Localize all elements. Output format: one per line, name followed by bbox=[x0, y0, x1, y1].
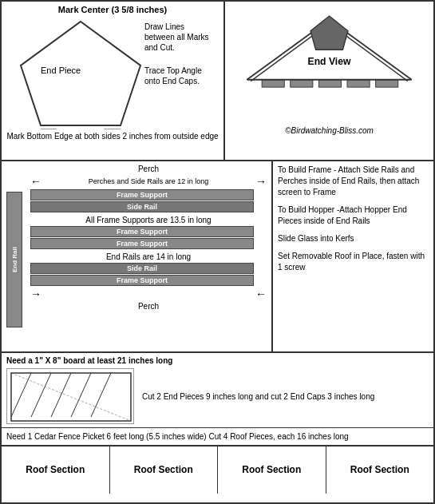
top-section: Mark Center (3 5/8 inches) End Piece Dra… bbox=[2, 2, 433, 161]
roof-section-1: Roof Section bbox=[2, 446, 110, 494]
instr-text-4: Set Removable Roof in Place, fasten with… bbox=[278, 251, 429, 273]
frame-support-bar-1: Frame Support bbox=[30, 189, 254, 200]
perches-side-rails-label: Perches and Side Rails are 12 in long bbox=[42, 177, 255, 185]
middle-section: Perch ← Perches and Side Rails are 12 in… bbox=[2, 161, 433, 353]
arrows-row-bottom: → ← bbox=[30, 288, 267, 300]
copyright-label: ©Birdwatching-Bliss.com bbox=[228, 126, 430, 135]
instr-text-3: Slide Glass into Kerfs bbox=[278, 233, 429, 244]
roof-section-2: Roof Section bbox=[110, 446, 219, 494]
roof-section-4: Roof Section bbox=[326, 446, 434, 494]
end-view-svg: End View bbox=[228, 5, 430, 125]
instr-block-3: Slide Glass into Kerfs bbox=[278, 233, 429, 244]
end-rails-label: End Rails are 14 in long bbox=[30, 252, 267, 261]
instr-text-1: To Build Frame - Attach Side Rails and P… bbox=[278, 165, 429, 198]
svg-line-19 bbox=[31, 373, 51, 417]
instr-block-1: To Build Frame - Attach Side Rails and P… bbox=[278, 165, 429, 198]
picket-info: Need 1 Cedar Fence Picket 6 feet long (5… bbox=[2, 428, 433, 446]
bottom-section: Need a 1" X 8" board at least 21 inches … bbox=[2, 353, 433, 502]
roof-section-3: Roof Section bbox=[218, 446, 326, 494]
perch-bottom-label: Perch bbox=[30, 302, 267, 311]
svg-rect-12 bbox=[318, 80, 341, 87]
board-info-row: Need a 1" X 8" board at least 21 inches … bbox=[2, 353, 433, 428]
svg-line-20 bbox=[51, 373, 71, 417]
svg-text:End View: End View bbox=[308, 56, 351, 67]
frame-diagram-inner: Perch ← Perches and Side Rails are 12 in… bbox=[6, 165, 267, 311]
instr-block-2: To Build Hopper -Attach Hopper End Piece… bbox=[278, 204, 429, 227]
all-frame-supports-label: All Frame Supports are 13.5 in long bbox=[30, 216, 267, 224]
svg-line-22 bbox=[91, 373, 111, 417]
svg-line-23 bbox=[11, 373, 131, 421]
side-rail-bar-2: Side Rail bbox=[30, 263, 254, 274]
perch-top-label: Perch bbox=[30, 165, 267, 173]
end-rail-bar: End Rail bbox=[6, 192, 22, 327]
cut-info-text: Cut 2 End Pieces 9 inches long and cut 2… bbox=[142, 391, 374, 403]
cut-diagram-svg bbox=[6, 368, 134, 424]
instr-block-4: Set Removable Roof in Place, fasten with… bbox=[278, 251, 429, 273]
main-container: Mark Center (3 5/8 inches) End Piece Dra… bbox=[2, 2, 433, 502]
trace-text: Trace Top Angle onto End Caps. bbox=[144, 65, 216, 86]
frame-support-bar-4: Frame Support bbox=[30, 275, 254, 286]
top-right-panel: End View ©Birdwatching-Bliss.com bbox=[225, 2, 433, 160]
svg-line-21 bbox=[71, 373, 91, 417]
frame-support-bar-2: Frame Support bbox=[30, 226, 254, 237]
frame-support-bar-3: Frame Support bbox=[30, 238, 254, 249]
bottom-mark-text: Mark Bottom Edge at both sides 2 inches … bbox=[5, 131, 220, 142]
top-left-panel: Mark Center (3 5/8 inches) End Piece Dra… bbox=[2, 2, 225, 160]
end-piece-label: End Piece bbox=[41, 65, 81, 75]
svg-rect-13 bbox=[347, 80, 370, 87]
mark-center-title: Mark Center (3 5/8 inches) bbox=[5, 5, 220, 14]
svg-rect-14 bbox=[376, 80, 398, 87]
picket-info-text: Need 1 Cedar Fence Picket 6 feet long (5… bbox=[6, 432, 349, 441]
roof-sections-row: Roof Section Roof Section Roof Section R… bbox=[2, 446, 433, 494]
side-rail-bar-1: Side Rail bbox=[30, 201, 254, 212]
svg-rect-10 bbox=[262, 80, 284, 87]
end-rail-label: End Rail bbox=[11, 247, 18, 272]
pentagon-area: End Piece Draw Lines between all Marks a… bbox=[5, 18, 220, 129]
frame-diagram: Perch ← Perches and Side Rails are 12 in… bbox=[2, 161, 273, 351]
board-info-text: Need a 1" X 8" board at least 21 inches … bbox=[6, 356, 429, 365]
board-detail-row: Cut 2 End Pieces 9 inches long and cut 2… bbox=[6, 368, 429, 424]
svg-marker-9 bbox=[310, 16, 348, 50]
svg-rect-11 bbox=[291, 80, 313, 87]
arrows-row: ← Perches and Side Rails are 12 in long … bbox=[30, 175, 267, 188]
draw-lines-text: Draw Lines between all Marks and Cut. bbox=[144, 22, 216, 53]
frame-instructions: To Build Frame - Attach Side Rails and P… bbox=[273, 161, 433, 351]
instr-text-2: To Build Hopper -Attach Hopper End Piece… bbox=[278, 204, 429, 227]
